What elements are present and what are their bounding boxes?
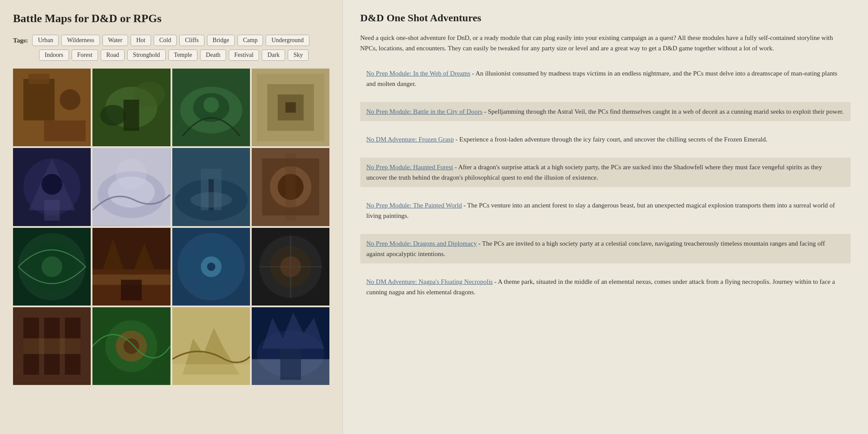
map-image bbox=[92, 148, 170, 226]
svg-rect-36 bbox=[285, 153, 296, 220]
tag-hot[interactable]: Hot bbox=[131, 35, 151, 46]
map-image bbox=[92, 307, 170, 385]
tag-cliffs[interactable]: Cliffs bbox=[179, 35, 204, 46]
map-cell[interactable] bbox=[92, 148, 170, 226]
map-image bbox=[13, 307, 91, 385]
adventure-item: No Prep Module: Dragons and Diplomacy - … bbox=[360, 234, 851, 263]
adventure-link-7[interactable]: No DM Adventure: Nagpa's Floating Necrop… bbox=[366, 278, 493, 285]
page-title: Battle Maps for D&D or RPGs bbox=[13, 12, 329, 25]
tag-forest[interactable]: Forest bbox=[72, 49, 98, 61]
tag-temple[interactable]: Temple bbox=[168, 49, 198, 61]
map-image bbox=[172, 307, 250, 385]
tags-row-1: Tags: Urban Wilderness Water Hot Cold Cl… bbox=[13, 35, 329, 46]
map-cell[interactable] bbox=[172, 228, 250, 306]
svg-point-50 bbox=[207, 263, 215, 271]
svg-rect-18 bbox=[285, 102, 296, 113]
svg-point-63 bbox=[124, 338, 139, 354]
svg-rect-69 bbox=[280, 349, 301, 380]
map-cell[interactable] bbox=[13, 69, 91, 146]
svg-rect-1 bbox=[23, 79, 55, 121]
map-image bbox=[172, 148, 250, 226]
map-cell[interactable] bbox=[13, 228, 91, 306]
svg-rect-59 bbox=[23, 338, 80, 354]
adventure-link-2[interactable]: No Prep Module: Battle in the City of Do… bbox=[366, 108, 482, 115]
svg-point-7 bbox=[100, 105, 126, 126]
tag-water[interactable]: Water bbox=[102, 35, 128, 46]
map-image bbox=[92, 69, 170, 146]
tag-festival[interactable]: Festival bbox=[229, 49, 259, 61]
tag-wilderness[interactable]: Wilderness bbox=[61, 35, 99, 46]
tag-indoors[interactable]: Indoors bbox=[39, 49, 69, 61]
map-image bbox=[13, 228, 91, 306]
adventure-item: No Prep Module: Battle in the City of Do… bbox=[360, 102, 851, 121]
adventure-item: No Prep Module: Haunted Forest - After a… bbox=[360, 158, 851, 187]
tag-stronghold[interactable]: Stronghold bbox=[127, 49, 165, 61]
tag-underground[interactable]: Underground bbox=[266, 35, 309, 46]
svg-point-31 bbox=[190, 192, 232, 208]
map-cell[interactable] bbox=[172, 69, 250, 146]
tag-road[interactable]: Road bbox=[101, 49, 125, 61]
adventure-link-4[interactable]: No Prep Module: Haunted Forest bbox=[366, 164, 453, 171]
svg-rect-2 bbox=[29, 74, 49, 84]
map-image bbox=[92, 228, 170, 306]
right-title: D&D One Shot Adventures bbox=[360, 12, 851, 24]
adventure-link-3[interactable]: No DM Adventure: Frozen Grasp bbox=[366, 136, 454, 143]
map-cell[interactable] bbox=[92, 228, 170, 306]
map-cell[interactable] bbox=[92, 69, 170, 146]
adventure-link-1[interactable]: No Prep Module: In the Web of Dreams bbox=[366, 70, 470, 77]
map-image bbox=[172, 228, 250, 306]
svg-rect-65 bbox=[172, 364, 250, 385]
adventure-desc-2: - Spelljamming through the Astral Veil, … bbox=[482, 108, 843, 115]
svg-point-21 bbox=[42, 174, 62, 195]
svg-rect-4 bbox=[44, 121, 86, 141]
adventure-link-5[interactable]: No Prep Module: The Painted World bbox=[366, 202, 462, 209]
tag-cold[interactable]: Cold bbox=[154, 35, 177, 46]
svg-point-26 bbox=[116, 158, 147, 190]
tag-camp[interactable]: Camp bbox=[237, 35, 263, 46]
map-image bbox=[252, 69, 329, 146]
tag-sky[interactable]: Sky bbox=[288, 49, 309, 61]
left-panel: Battle Maps for D&D or RPGs Tags: Urban … bbox=[0, 0, 343, 434]
svg-rect-22 bbox=[44, 200, 60, 221]
adventure-item: No DM Adventure: Nagpa's Floating Necrop… bbox=[360, 272, 851, 302]
tag-dark[interactable]: Dark bbox=[262, 49, 285, 61]
svg-point-40 bbox=[42, 256, 62, 277]
tags-row-2: Indoors Forest Road Stronghold Temple De… bbox=[39, 49, 329, 61]
map-cell[interactable] bbox=[252, 148, 329, 226]
intro-text: Need a quick one-shot adventure for DnD,… bbox=[360, 33, 851, 53]
adventure-item: No Prep Module: The Painted World - The … bbox=[360, 196, 851, 225]
tags-label: Tags: bbox=[13, 37, 28, 44]
tag-urban[interactable]: Urban bbox=[32, 35, 59, 46]
map-cell[interactable] bbox=[172, 148, 250, 226]
adventure-desc-3: - Experience a frost-laden adventure thr… bbox=[454, 136, 768, 143]
tag-death[interactable]: Death bbox=[200, 49, 226, 61]
map-image bbox=[172, 69, 250, 146]
svg-rect-9 bbox=[124, 100, 139, 131]
svg-point-3 bbox=[60, 89, 81, 110]
map-image bbox=[13, 148, 91, 226]
map-cell[interactable] bbox=[13, 307, 91, 385]
adventure-item: No DM Adventure: Frozen Grasp - Experien… bbox=[360, 130, 851, 149]
map-image bbox=[13, 69, 91, 146]
right-panel: D&D One Shot Adventures Need a quick one… bbox=[343, 0, 868, 434]
tag-bridge[interactable]: Bridge bbox=[207, 35, 235, 46]
map-cell[interactable] bbox=[172, 307, 250, 385]
map-image bbox=[252, 148, 329, 226]
map-cell[interactable] bbox=[13, 148, 91, 226]
map-cell[interactable] bbox=[92, 307, 170, 385]
svg-rect-44 bbox=[121, 279, 142, 300]
adventure-link-6[interactable]: No Prep Module: Dragons and Diplomacy bbox=[366, 240, 477, 247]
map-image bbox=[252, 307, 329, 385]
map-cell[interactable] bbox=[252, 69, 329, 146]
map-cell[interactable] bbox=[252, 228, 329, 306]
map-cell[interactable] bbox=[252, 307, 329, 385]
map-grid bbox=[13, 69, 329, 385]
svg-point-13 bbox=[203, 97, 219, 113]
adventure-item: No Prep Module: In the Web of Dreams - A… bbox=[360, 64, 851, 93]
map-image bbox=[252, 228, 329, 306]
adventures-list: No Prep Module: In the Web of Dreams - A… bbox=[360, 64, 851, 302]
